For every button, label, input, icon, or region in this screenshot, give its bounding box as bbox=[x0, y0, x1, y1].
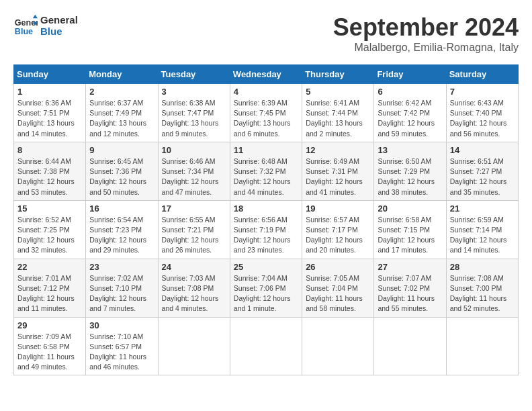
day-info: Sunrise: 7:08 AM Sunset: 7:00 PM Dayligh… bbox=[450, 273, 515, 314]
day-info: Sunrise: 6:46 AM Sunset: 7:34 PM Dayligh… bbox=[162, 156, 226, 197]
header-friday: Friday bbox=[374, 65, 446, 84]
day-info: Sunrise: 6:37 AM Sunset: 7:49 PM Dayligh… bbox=[89, 98, 154, 139]
day-info: Sunrise: 6:56 AM Sunset: 7:19 PM Dayligh… bbox=[234, 215, 298, 256]
calendar-cell: 23Sunrise: 7:02 AM Sunset: 7:10 PM Dayli… bbox=[86, 259, 158, 317]
day-number: 27 bbox=[378, 262, 442, 272]
header-wednesday: Wednesday bbox=[230, 65, 302, 84]
calendar-cell: 17Sunrise: 6:55 AM Sunset: 7:21 PM Dayli… bbox=[158, 200, 230, 259]
calendar-cell: 5Sunrise: 6:41 AM Sunset: 7:44 PM Daylig… bbox=[302, 84, 374, 142]
calendar-cell bbox=[230, 317, 302, 375]
calendar-cell: 27Sunrise: 7:07 AM Sunset: 7:02 PM Dayli… bbox=[374, 259, 446, 317]
calendar-cell: 8Sunrise: 6:44 AM Sunset: 7:38 PM Daylig… bbox=[14, 142, 86, 200]
day-number: 5 bbox=[306, 87, 370, 97]
calendar-cell bbox=[446, 317, 518, 375]
day-number: 19 bbox=[306, 203, 370, 214]
day-info: Sunrise: 6:38 AM Sunset: 7:47 PM Dayligh… bbox=[162, 98, 226, 139]
day-info: Sunrise: 6:48 AM Sunset: 7:32 PM Dayligh… bbox=[234, 156, 298, 197]
day-info: Sunrise: 7:05 AM Sunset: 7:04 PM Dayligh… bbox=[306, 273, 370, 314]
calendar-cell: 26Sunrise: 7:05 AM Sunset: 7:04 PM Dayli… bbox=[302, 259, 374, 317]
day-number: 23 bbox=[89, 262, 154, 272]
day-number: 3 bbox=[162, 87, 226, 97]
calendar-week-row: 15Sunrise: 6:52 AM Sunset: 7:25 PM Dayli… bbox=[14, 200, 519, 259]
calendar-table: SundayMondayTuesdayWednesdayThursdayFrid… bbox=[13, 64, 519, 375]
day-info: Sunrise: 6:52 AM Sunset: 7:25 PM Dayligh… bbox=[17, 215, 82, 256]
calendar-week-row: 29Sunrise: 7:09 AM Sunset: 6:58 PM Dayli… bbox=[14, 317, 519, 375]
month-title: September 2024 bbox=[333, 13, 519, 42]
day-number: 7 bbox=[450, 87, 515, 97]
calendar-cell: 4Sunrise: 6:39 AM Sunset: 7:45 PM Daylig… bbox=[230, 84, 302, 142]
day-number: 13 bbox=[378, 145, 442, 155]
day-info: Sunrise: 7:07 AM Sunset: 7:02 PM Dayligh… bbox=[378, 273, 442, 314]
calendar-cell bbox=[158, 317, 230, 375]
day-number: 11 bbox=[234, 145, 298, 155]
title-block: September 2024 Malalbergo, Emilia-Romagn… bbox=[333, 13, 519, 54]
day-info: Sunrise: 6:42 AM Sunset: 7:42 PM Dayligh… bbox=[378, 98, 442, 139]
calendar-cell: 28Sunrise: 7:08 AM Sunset: 7:00 PM Dayli… bbox=[446, 259, 518, 317]
day-number: 6 bbox=[378, 87, 442, 97]
day-info: Sunrise: 6:36 AM Sunset: 7:51 PM Dayligh… bbox=[17, 98, 82, 139]
calendar-cell: 30Sunrise: 7:10 AM Sunset: 6:57 PM Dayli… bbox=[86, 317, 158, 375]
header-saturday: Saturday bbox=[446, 65, 518, 84]
day-number: 21 bbox=[450, 203, 515, 214]
day-number: 22 bbox=[17, 262, 82, 272]
calendar-cell: 25Sunrise: 7:04 AM Sunset: 7:06 PM Dayli… bbox=[230, 259, 302, 317]
calendar-week-row: 8Sunrise: 6:44 AM Sunset: 7:38 PM Daylig… bbox=[14, 142, 519, 200]
day-number: 8 bbox=[17, 145, 82, 155]
calendar-cell: 2Sunrise: 6:37 AM Sunset: 7:49 PM Daylig… bbox=[86, 84, 158, 142]
day-info: Sunrise: 7:03 AM Sunset: 7:08 PM Dayligh… bbox=[162, 273, 226, 314]
calendar-cell: 24Sunrise: 7:03 AM Sunset: 7:08 PM Dayli… bbox=[158, 259, 230, 317]
day-number: 4 bbox=[234, 87, 298, 97]
logo: General Blue General Blue bbox=[13, 13, 78, 38]
day-info: Sunrise: 6:44 AM Sunset: 7:38 PM Dayligh… bbox=[17, 156, 82, 197]
calendar-cell: 14Sunrise: 6:51 AM Sunset: 7:27 PM Dayli… bbox=[446, 142, 518, 200]
day-info: Sunrise: 7:09 AM Sunset: 6:58 PM Dayligh… bbox=[17, 332, 82, 373]
day-number: 18 bbox=[234, 203, 298, 214]
day-number: 16 bbox=[89, 203, 154, 214]
day-info: Sunrise: 7:04 AM Sunset: 7:06 PM Dayligh… bbox=[234, 273, 298, 314]
day-number: 9 bbox=[89, 145, 154, 155]
location-subtitle: Malalbergo, Emilia-Romagna, Italy bbox=[333, 42, 519, 54]
calendar-cell: 3Sunrise: 6:38 AM Sunset: 7:47 PM Daylig… bbox=[158, 84, 230, 142]
day-info: Sunrise: 7:02 AM Sunset: 7:10 PM Dayligh… bbox=[89, 273, 154, 314]
calendar-cell: 12Sunrise: 6:49 AM Sunset: 7:31 PM Dayli… bbox=[302, 142, 374, 200]
calendar-cell: 6Sunrise: 6:42 AM Sunset: 7:42 PM Daylig… bbox=[374, 84, 446, 142]
day-info: Sunrise: 6:57 AM Sunset: 7:17 PM Dayligh… bbox=[306, 215, 370, 256]
day-number: 2 bbox=[89, 87, 154, 97]
svg-marker-2 bbox=[33, 15, 38, 18]
day-info: Sunrise: 6:49 AM Sunset: 7:31 PM Dayligh… bbox=[306, 156, 370, 197]
day-info: Sunrise: 6:59 AM Sunset: 7:14 PM Dayligh… bbox=[450, 215, 515, 256]
day-number: 14 bbox=[450, 145, 515, 155]
day-info: Sunrise: 6:50 AM Sunset: 7:29 PM Dayligh… bbox=[378, 156, 442, 197]
day-info: Sunrise: 6:39 AM Sunset: 7:45 PM Dayligh… bbox=[234, 98, 298, 139]
day-number: 10 bbox=[162, 145, 226, 155]
day-info: Sunrise: 6:45 AM Sunset: 7:36 PM Dayligh… bbox=[89, 156, 154, 197]
calendar-cell: 18Sunrise: 6:56 AM Sunset: 7:19 PM Dayli… bbox=[230, 200, 302, 259]
svg-text:Blue: Blue bbox=[15, 27, 33, 36]
header-monday: Monday bbox=[86, 65, 158, 84]
day-info: Sunrise: 7:01 AM Sunset: 7:12 PM Dayligh… bbox=[17, 273, 82, 314]
day-number: 24 bbox=[162, 262, 226, 272]
day-info: Sunrise: 6:41 AM Sunset: 7:44 PM Dayligh… bbox=[306, 98, 370, 139]
day-info: Sunrise: 6:55 AM Sunset: 7:21 PM Dayligh… bbox=[162, 215, 226, 256]
calendar-cell bbox=[302, 317, 374, 375]
calendar-week-row: 1Sunrise: 6:36 AM Sunset: 7:51 PM Daylig… bbox=[14, 84, 519, 142]
day-number: 17 bbox=[162, 203, 226, 214]
calendar-cell: 9Sunrise: 6:45 AM Sunset: 7:36 PM Daylig… bbox=[86, 142, 158, 200]
calendar-cell: 11Sunrise: 6:48 AM Sunset: 7:32 PM Dayli… bbox=[230, 142, 302, 200]
calendar-cell: 15Sunrise: 6:52 AM Sunset: 7:25 PM Dayli… bbox=[14, 200, 86, 259]
header-tuesday: Tuesday bbox=[158, 65, 230, 84]
day-info: Sunrise: 6:43 AM Sunset: 7:40 PM Dayligh… bbox=[450, 98, 515, 139]
calendar-week-row: 22Sunrise: 7:01 AM Sunset: 7:12 PM Dayli… bbox=[14, 259, 519, 317]
day-number: 26 bbox=[306, 262, 370, 272]
day-info: Sunrise: 7:10 AM Sunset: 6:57 PM Dayligh… bbox=[89, 332, 154, 373]
calendar-header-row: SundayMondayTuesdayWednesdayThursdayFrid… bbox=[14, 65, 519, 84]
calendar-cell bbox=[374, 317, 446, 375]
logo-icon: General Blue bbox=[13, 13, 38, 38]
calendar-cell: 13Sunrise: 6:50 AM Sunset: 7:29 PM Dayli… bbox=[374, 142, 446, 200]
day-number: 25 bbox=[234, 262, 298, 272]
calendar-cell: 1Sunrise: 6:36 AM Sunset: 7:51 PM Daylig… bbox=[14, 84, 86, 142]
day-number: 15 bbox=[17, 203, 82, 214]
day-number: 28 bbox=[450, 262, 515, 272]
day-number: 12 bbox=[306, 145, 370, 155]
logo-text-line2: Blue bbox=[40, 26, 78, 37]
